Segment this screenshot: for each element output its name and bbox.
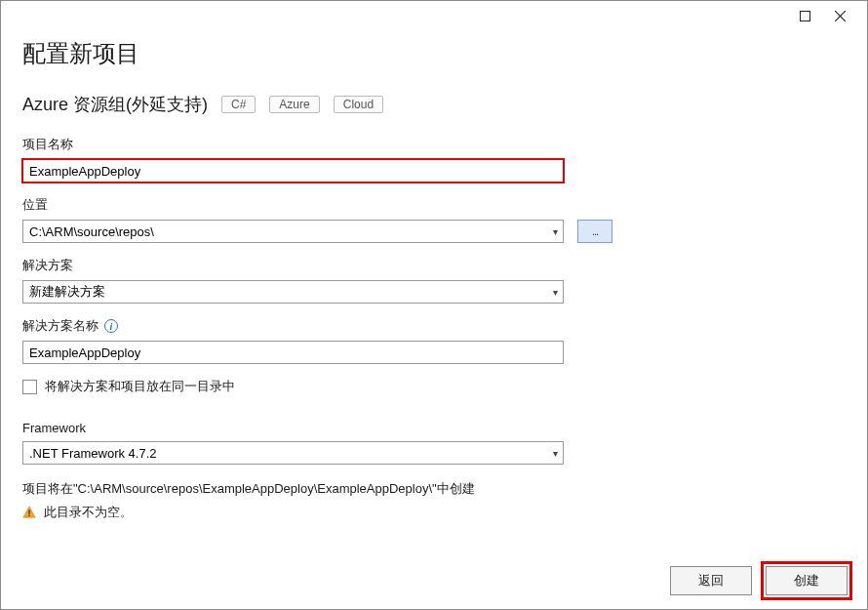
solution-label: 解决方案 [22, 257, 846, 274]
framework-select[interactable] [22, 441, 564, 465]
dialog-content: 配置新项目 Azure 资源组(外延支持) C# Azure Cloud 项目名… [1, 30, 867, 609]
project-name-label: 项目名称 [22, 136, 846, 153]
solution-select[interactable] [22, 280, 564, 304]
same-directory-label: 将解决方案和项目放在同一目录中 [45, 378, 235, 395]
warning-icon [22, 506, 36, 519]
location-input[interactable] [22, 220, 564, 243]
tag-csharp: C# [221, 96, 256, 113]
maximize-button[interactable] [787, 4, 822, 27]
browse-location-button[interactable]: ... [577, 220, 612, 243]
creation-path-note: 项目将在"C:\ARM\source\repos\ExampleAppDeplo… [22, 480, 846, 498]
solution-name-label: 解决方案名称 i [22, 317, 846, 335]
framework-label: Framework [22, 421, 846, 435]
svg-rect-0 [800, 11, 809, 20]
close-button[interactable] [822, 4, 857, 27]
location-label: 位置 [22, 196, 846, 214]
dialog-window: 配置新项目 Azure 资源组(外延支持) C# Azure Cloud 项目名… [0, 0, 868, 610]
svg-rect-5 [28, 515, 29, 516]
tag-cloud: Cloud [334, 96, 383, 113]
subtitle-row: Azure 资源组(外延支持) C# Azure Cloud [22, 93, 846, 116]
project-type-subtitle: Azure 资源组(外延支持) [22, 93, 208, 116]
solution-name-label-text: 解决方案名称 [22, 317, 99, 335]
titlebar [1, 1, 867, 30]
project-name-input[interactable] [22, 159, 564, 183]
solution-name-input[interactable] [22, 341, 564, 364]
create-button[interactable]: 创建 [766, 566, 848, 595]
same-directory-checkbox[interactable] [22, 380, 37, 394]
warning-text: 此目录不为空。 [44, 504, 133, 521]
same-directory-checkbox-row[interactable]: 将解决方案和项目放在同一目录中 [22, 378, 846, 395]
warning-row: 此目录不为空。 [22, 504, 846, 521]
svg-rect-4 [28, 509, 29, 513]
info-icon[interactable]: i [104, 319, 118, 333]
tag-azure: Azure [269, 96, 319, 113]
dialog-footer: 返回 创建 [670, 566, 848, 595]
back-button[interactable]: 返回 [670, 566, 752, 595]
page-title: 配置新项目 [22, 38, 846, 69]
